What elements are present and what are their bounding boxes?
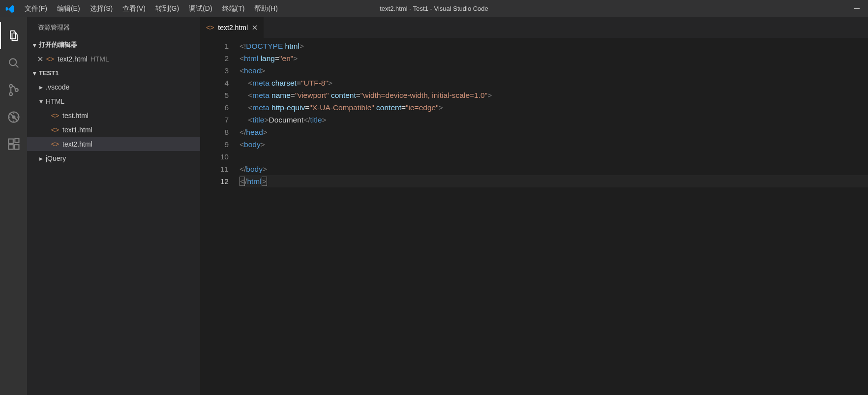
editor-area: <> text2.html 123456789101112 <!DOCTYPE … — [200, 17, 868, 395]
chevron-down-icon: ▾ — [37, 97, 45, 105]
open-editors-header[interactable]: ▾ 打开的编辑器 — [27, 38, 200, 52]
tab-label: text2.html — [218, 24, 248, 31]
code-line[interactable]: <title>Document</title> — [239, 114, 868, 126]
workspace-tree: ▸.vscode▾HTML<>test.html<>text1.html<>te… — [27, 80, 200, 165]
code-line[interactable]: <meta http-equiv="X-UA-Compatible" conte… — [239, 101, 868, 114]
menu-item[interactable]: 查看(V) — [118, 0, 150, 17]
html-file-icon: <> — [46, 55, 55, 63]
file-name: text2.html — [58, 55, 88, 63]
svg-rect-9 — [8, 139, 13, 143]
file-desc: HTML — [90, 55, 109, 63]
svg-point-8 — [12, 115, 15, 119]
svg-rect-10 — [8, 145, 13, 149]
line-number: 9 — [200, 138, 229, 151]
menu-item[interactable]: 帮助(H) — [249, 0, 282, 17]
code-line[interactable]: <meta name="viewport" content="width=dev… — [239, 89, 868, 101]
chevron-down-icon: ▾ — [30, 41, 39, 49]
code-line[interactable]: </head> — [239, 126, 868, 138]
menu-item[interactable]: 编辑(E) — [52, 0, 85, 17]
window-controls — [845, 0, 868, 17]
minimize-button[interactable] — [845, 0, 868, 17]
activity-bar — [0, 17, 27, 395]
close-icon[interactable] — [36, 56, 45, 62]
activity-debug-icon[interactable] — [0, 103, 27, 130]
file-name: test.html — [62, 112, 89, 120]
chevron-right-icon: ▸ — [37, 154, 45, 162]
menu-item[interactable]: 终端(T) — [217, 0, 250, 17]
folder-name: jQuery — [46, 154, 66, 162]
line-gutter: 123456789101112 — [200, 38, 239, 395]
editor-tab[interactable]: <> text2.html — [200, 17, 264, 38]
vscode-logo-icon — [0, 4, 20, 14]
svg-rect-0 — [854, 8, 860, 9]
folder-name: HTML — [46, 97, 64, 105]
svg-point-1 — [9, 59, 16, 65]
open-editors-label: 打开的编辑器 — [39, 40, 77, 49]
workspace-header[interactable]: ▾ TEST1 — [27, 66, 200, 80]
svg-point-4 — [9, 92, 12, 95]
editor[interactable]: 123456789101112 <!DOCTYPE html><html lan… — [200, 38, 868, 395]
line-number: 6 — [200, 101, 229, 114]
code-line[interactable] — [239, 151, 868, 163]
editor-tabs: <> text2.html — [200, 17, 868, 38]
folder-item[interactable]: ▾HTML — [27, 94, 200, 108]
line-number: 11 — [200, 163, 229, 175]
activity-search-icon[interactable] — [0, 49, 27, 76]
html-file-icon: <> — [51, 140, 60, 148]
activity-extensions-icon[interactable] — [0, 130, 27, 157]
chevron-right-icon: ▸ — [37, 83, 45, 91]
open-editor-item[interactable]: <>text2.htmlHTML — [27, 52, 200, 66]
html-file-icon: <> — [206, 24, 214, 31]
line-number: 10 — [200, 151, 229, 163]
file-item[interactable]: <>text2.html — [27, 137, 200, 151]
title-bar: 文件(F)编辑(E)选择(S)查看(V)转到(G)调试(D)终端(T)帮助(H)… — [0, 0, 868, 17]
menu-item[interactable]: 选择(S) — [85, 0, 118, 17]
file-name: text2.html — [62, 140, 92, 148]
code-line[interactable]: </html> — [239, 175, 868, 187]
folder-item[interactable]: ▸.vscode — [27, 80, 200, 94]
svg-rect-11 — [14, 145, 19, 149]
file-name: text1.html — [62, 126, 92, 134]
code-line[interactable]: </body> — [239, 163, 868, 175]
line-number: 7 — [200, 114, 229, 126]
menu-item[interactable]: 转到(G) — [150, 0, 184, 17]
code-line[interactable]: <!DOCTYPE html> — [239, 40, 868, 52]
chevron-down-icon: ▾ — [30, 69, 39, 77]
svg-point-3 — [9, 84, 12, 87]
sidebar-explorer: 资源管理器 ▾ 打开的编辑器 <>text2.htmlHTML ▾ TEST1 … — [27, 17, 200, 395]
code-line[interactable]: <meta charset="UTF-8"> — [239, 77, 868, 89]
html-file-icon: <> — [51, 112, 60, 120]
svg-line-2 — [15, 64, 18, 67]
code-line[interactable]: <head> — [239, 64, 868, 77]
file-item[interactable]: <>text1.html — [27, 122, 200, 137]
html-file-icon: <> — [51, 126, 60, 134]
open-editors-list: <>text2.htmlHTML — [27, 52, 200, 66]
menu-item[interactable]: 文件(F) — [20, 0, 52, 17]
file-item[interactable]: <>test.html — [27, 108, 200, 122]
line-number: 1 — [200, 40, 229, 52]
line-number: 5 — [200, 89, 229, 101]
sidebar-title: 资源管理器 — [27, 17, 200, 38]
code-content[interactable]: <!DOCTYPE html><html lang="en"><head> <m… — [239, 38, 868, 395]
code-line[interactable]: <body> — [239, 138, 868, 151]
window-title: text2.html - Test1 - Visual Studio Code — [380, 5, 488, 12]
line-number: 2 — [200, 52, 229, 64]
main-area: 资源管理器 ▾ 打开的编辑器 <>text2.htmlHTML ▾ TEST1 … — [0, 17, 868, 395]
folder-item[interactable]: ▸jQuery — [27, 151, 200, 165]
line-number: 12 — [200, 175, 229, 187]
activity-source-control-icon[interactable] — [0, 76, 27, 103]
workspace-label: TEST1 — [39, 69, 59, 77]
menu-item[interactable]: 调试(D) — [184, 0, 217, 17]
folder-name: .vscode — [46, 83, 69, 91]
close-icon[interactable] — [252, 25, 258, 30]
menu-bar: 文件(F)编辑(E)选择(S)查看(V)转到(G)调试(D)终端(T)帮助(H) — [20, 0, 283, 17]
svg-rect-12 — [15, 138, 19, 142]
line-number: 3 — [200, 64, 229, 77]
line-number: 8 — [200, 126, 229, 138]
code-line[interactable]: <html lang="en"> — [239, 52, 868, 64]
activity-explorer-icon[interactable] — [0, 22, 27, 49]
line-number: 4 — [200, 77, 229, 89]
